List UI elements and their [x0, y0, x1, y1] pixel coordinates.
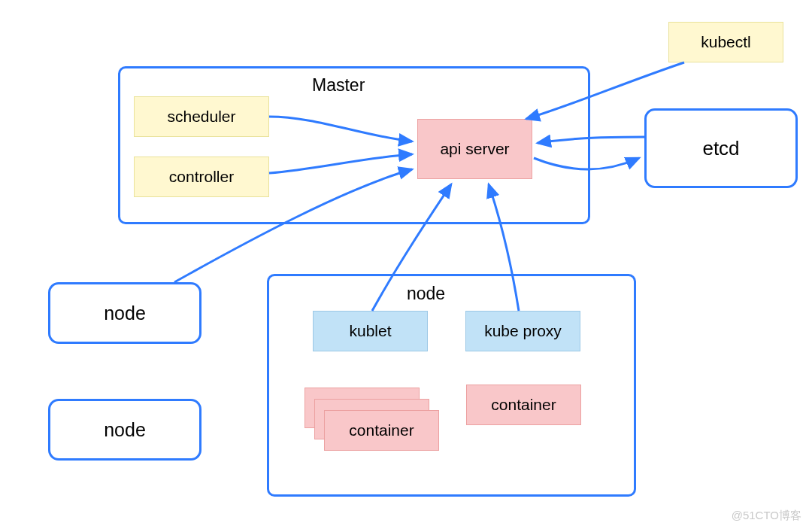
node-detail-title: node [407, 284, 445, 304]
kublet-label: kublet [349, 322, 391, 340]
container-single-label: container [491, 396, 556, 414]
node-box-1: node [48, 282, 201, 344]
etcd-label: etcd [702, 137, 739, 160]
container-stack-front: container [324, 410, 439, 451]
container-single-box: container [466, 385, 581, 425]
scheduler-label: scheduler [167, 108, 235, 126]
kubectl-box: kubectl [668, 22, 783, 62]
master-title: Master [312, 75, 365, 96]
kube-proxy-label: kube proxy [484, 322, 562, 340]
api-server-box: api server [417, 119, 532, 179]
etcd-box: etcd [644, 108, 798, 188]
kublet-box: kublet [313, 311, 428, 351]
kube-proxy-box: kube proxy [465, 311, 580, 351]
controller-label: controller [169, 168, 234, 186]
scheduler-box: scheduler [134, 96, 269, 137]
node-box-2: node [48, 399, 201, 461]
api-server-label: api server [440, 140, 509, 158]
node-label-2: node [104, 419, 146, 441]
watermark: @51CTO博客 [732, 509, 801, 523]
controller-box: controller [134, 157, 269, 197]
kubectl-label: kubectl [701, 33, 751, 51]
node-label-1: node [104, 303, 146, 324]
container-stack-label: container [349, 421, 414, 439]
